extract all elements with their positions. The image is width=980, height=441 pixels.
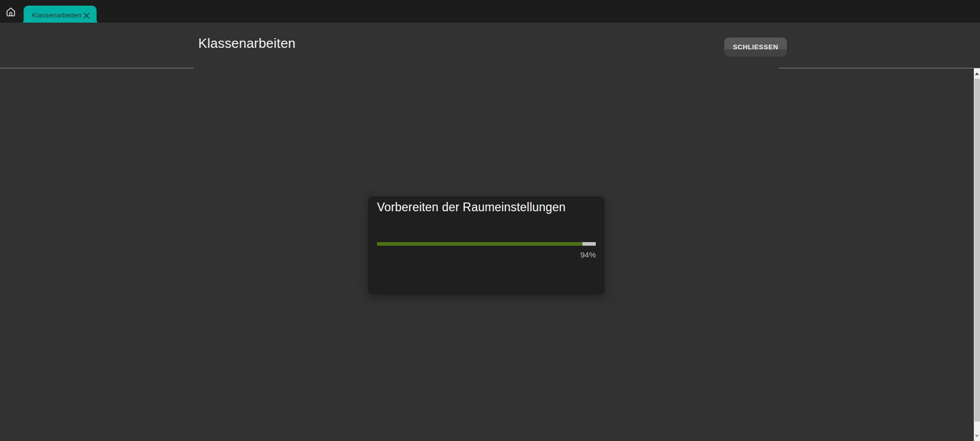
home-icon[interactable]	[5, 6, 16, 17]
tab-close-icon[interactable]	[83, 12, 90, 19]
vertical-scrollbar[interactable]	[974, 68, 980, 441]
progress-dialog: Vorbereiten der Raumeinstellungen 94%	[368, 196, 605, 295]
header-divider-right	[779, 68, 980, 68]
scrollbar-down-arrow-icon[interactable]	[974, 431, 980, 441]
topbar: Klassenarbeiten	[0, 0, 980, 23]
schliessen-button[interactable]: SCHLIESSEN	[724, 38, 787, 49]
tab-klassenarbeiten[interactable]: Klassenarbeiten	[24, 6, 97, 25]
scrollbar-thumb[interactable]	[974, 79, 980, 421]
page-header: Klassenarbeiten SCHLIESSEN	[0, 23, 980, 49]
progress-percent-label: 94%	[580, 250, 596, 259]
page-content: Klassenarbeiten SCHLIESSEN Vorbereiten d…	[0, 23, 980, 441]
page-title: Klassenarbeiten	[198, 35, 295, 49]
tab-label: Klassenarbeiten	[32, 6, 82, 25]
scrollbar-up-arrow-icon[interactable]	[974, 68, 980, 79]
progress-bar-fill	[377, 242, 582, 246]
progress-bar-track	[377, 242, 596, 246]
progress-dialog-title: Vorbereiten der Raumeinstellungen	[377, 200, 566, 214]
header-divider-left	[0, 68, 194, 68]
